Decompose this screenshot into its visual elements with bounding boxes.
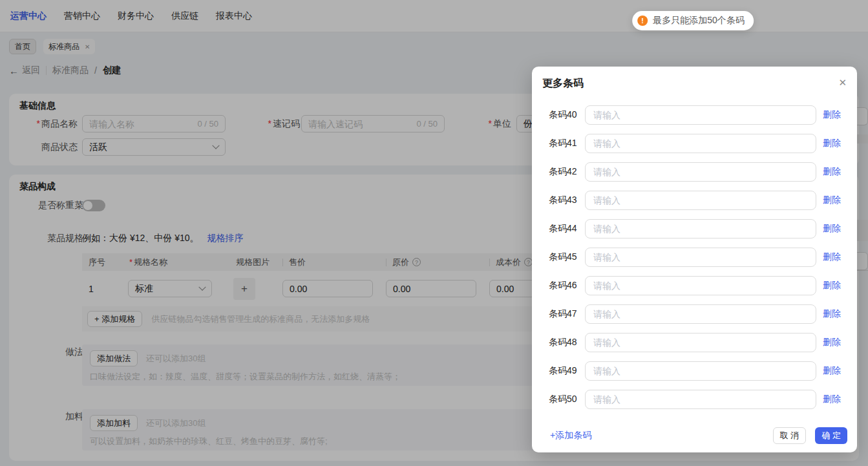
barcode-input[interactable]	[585, 191, 816, 210]
barcode-row: 条码43 删除	[532, 186, 857, 215]
barcode-delete-link[interactable]: 删除	[823, 308, 841, 320]
warning-icon: !	[637, 16, 648, 26]
barcode-row-label: 条码46	[549, 280, 580, 291]
barcode-row: 条码45 删除	[532, 243, 857, 271]
barcode-delete-link[interactable]: 删除	[823, 337, 841, 348]
confirm-button[interactable]: 确 定	[815, 427, 847, 444]
barcode-row: 条码44 删除	[532, 215, 857, 243]
barcode-row-label: 条码44	[549, 223, 580, 235]
toast-message: 最多只能添加50个条码	[653, 15, 745, 26]
modal-header: 更多条码 ✕	[532, 67, 857, 90]
barcode-row: 条码42 删除	[532, 158, 857, 186]
modal-footer: +添加条码 取 消 确 定	[532, 427, 857, 444]
barcode-delete-link[interactable]: 删除	[823, 251, 841, 263]
barcode-input[interactable]	[585, 219, 816, 238]
barcode-delete-link[interactable]: 删除	[823, 109, 841, 121]
barcode-row: 条码50 删除	[532, 385, 857, 414]
barcode-input[interactable]	[585, 304, 816, 324]
barcode-delete-link[interactable]: 删除	[823, 195, 841, 206]
barcode-row: 条码49 删除	[532, 357, 857, 385]
barcode-row: 条码40 删除	[532, 101, 857, 129]
modal-title: 更多条码	[542, 78, 584, 89]
barcode-row-label: 条码43	[549, 195, 580, 206]
barcode-input[interactable]	[585, 276, 816, 295]
barcode-row-label: 条码40	[549, 109, 580, 121]
more-barcodes-modal: 更多条码 ✕ 条码40 删除 条码41 删除 条码42 删除 条码43 删除 条…	[532, 67, 857, 452]
barcode-row-label: 条码50	[549, 394, 580, 405]
barcode-row-list: 条码40 删除 条码41 删除 条码42 删除 条码43 删除 条码44 删除 …	[532, 101, 857, 414]
barcode-row-label: 条码41	[549, 138, 580, 149]
barcode-delete-link[interactable]: 删除	[823, 280, 841, 291]
barcode-input[interactable]	[585, 390, 816, 409]
barcode-input[interactable]	[585, 248, 816, 267]
barcode-input[interactable]	[585, 105, 816, 125]
barcode-row-label: 条码48	[549, 337, 580, 348]
cancel-button[interactable]: 取 消	[773, 427, 807, 444]
barcode-row-label: 条码49	[549, 365, 580, 377]
barcode-delete-link[interactable]: 删除	[823, 138, 841, 149]
barcode-row-label: 条码42	[549, 166, 580, 178]
barcode-delete-link[interactable]: 删除	[823, 365, 841, 377]
barcode-row-label: 条码45	[549, 251, 580, 263]
close-icon[interactable]: ✕	[838, 78, 847, 87]
barcode-delete-link[interactable]: 删除	[823, 394, 841, 405]
barcode-row-label: 条码47	[549, 308, 580, 320]
add-barcode-link[interactable]: +添加条码	[550, 430, 591, 441]
barcode-delete-link[interactable]: 删除	[823, 223, 841, 235]
barcode-row: 条码41 删除	[532, 129, 857, 158]
barcode-input[interactable]	[585, 361, 816, 381]
barcode-row: 条码46 删除	[532, 271, 857, 300]
barcode-input[interactable]	[585, 333, 816, 352]
barcode-input[interactable]	[585, 134, 816, 153]
barcode-row: 条码48 删除	[532, 328, 857, 357]
barcode-input[interactable]	[585, 162, 816, 182]
barcode-delete-link[interactable]: 删除	[823, 166, 841, 178]
warning-toast: ! 最多只能添加50个条码	[632, 11, 754, 30]
barcode-row: 条码47 删除	[532, 300, 857, 328]
